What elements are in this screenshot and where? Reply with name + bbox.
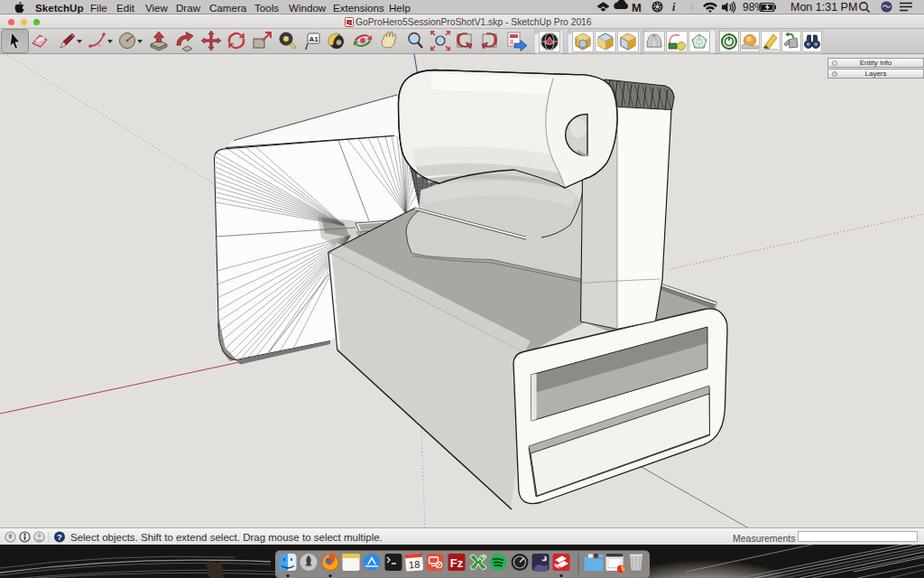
svg-text:Mon 1:31 PM: Mon 1:31 PM	[790, 1, 857, 14]
svg-text:Fz: Fz	[450, 556, 464, 570]
svg-text:?: ?	[57, 532, 62, 542]
svg-text:i: i	[672, 1, 676, 14]
svg-text:A1: A1	[309, 35, 319, 43]
svg-text:18: 18	[409, 559, 420, 571]
svg-text:M: M	[632, 1, 642, 14]
